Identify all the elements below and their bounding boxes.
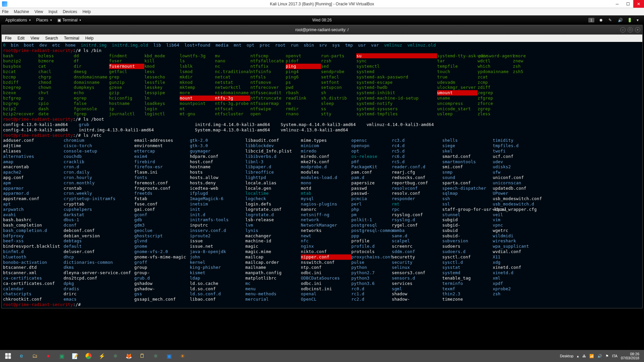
term-menu-file[interactable]: File — [5, 36, 11, 41]
vbox-window-title: Kali Linux 2017.3 (Bash) [Running] - Ora… — [270, 2, 374, 6]
tray-volume-icon[interactable]: 🔊 — [597, 354, 602, 358]
terminal-body[interactable]: 0 bin boot dev etc home initrd.img initr… — [2, 42, 642, 308]
notepadpp-icon[interactable]: 📝 — [68, 350, 82, 362]
desktop-button[interactable]: Desktop — [560, 354, 573, 358]
vb-menu-devices[interactable]: Devices — [63, 9, 77, 14]
project-icon[interactable]: ▣ — [55, 350, 68, 362]
atom-icon[interactable]: ⚛ — [109, 350, 122, 362]
virtualbox-icon[interactable]: ▣ — [162, 350, 176, 362]
svg-rect-2 — [5, 356, 8, 359]
close-button[interactable]: ✕ — [633, 0, 644, 8]
svg-rect-0 — [5, 353, 8, 356]
network-icon[interactable]: ✎ — [608, 18, 613, 22]
tray-flag-icon[interactable]: ⚑ — [605, 354, 609, 358]
system-tray: Desktop ▴ 🖧 📶 🔊 ⚑ ITA 08:2607/03/2018 — [556, 352, 643, 360]
kali-clock[interactable]: Wed 08:26 — [312, 18, 332, 22]
terminal-title: root@prime-radiant-security: / — [296, 27, 349, 32]
vb-menu-input[interactable]: Input — [49, 9, 58, 14]
notes-icon[interactable]: 🗒 — [136, 350, 149, 362]
tray-wifi-icon[interactable]: 📶 — [589, 354, 594, 358]
vb-menu-view[interactable]: View — [35, 9, 43, 14]
kali-topbar: Applications Places ▣ Terminal Wed 08:26… — [0, 15, 644, 25]
terminal-menubar: File Edit View Search Terminal Help — [2, 35, 642, 42]
ie-icon[interactable]: e — [15, 350, 28, 362]
battery-icon[interactable]: 🔋 — [627, 18, 632, 22]
term-menu-terminal[interactable]: Terminal — [64, 36, 79, 41]
record-icon[interactable]: ⏺ — [599, 18, 604, 22]
vb-menu-help[interactable]: Help — [83, 9, 91, 14]
terminal-titlebar: root@prime-radiant-security: / – □ × — [2, 25, 642, 35]
term-minimize-button[interactable]: – — [620, 27, 626, 33]
minimize-button[interactable]: ─ — [612, 0, 623, 8]
terminal-icon: ▣ — [57, 18, 61, 22]
opera-icon[interactable]: ● — [42, 350, 55, 362]
maximize-button[interactable]: ☐ — [623, 0, 633, 8]
terminal-window: root@prime-radiant-security: / – □ × Fil… — [1, 25, 643, 308]
explorer-icon[interactable]: 🗂 — [28, 350, 42, 362]
start-button[interactable] — [1, 350, 15, 362]
terminal-menu[interactable]: ▣ Terminal — [55, 18, 84, 22]
term-menu-help[interactable]: Help — [85, 36, 94, 41]
term-menu-search[interactable]: Search — [45, 36, 58, 41]
windows-taskbar: e 🗂 ● ▣ 📝 ⚡ ⚛ 🦊 🗒 ⚛ ▣ ☀ Desktop ▴ 🖧 📶 🔊 … — [0, 350, 644, 362]
volume-icon[interactable]: 🔊 — [618, 18, 623, 22]
term-menu-edit[interactable]: Edit — [17, 36, 24, 41]
power-icon[interactable]: ▾ — [637, 18, 641, 22]
app1-icon[interactable]: ⚡ — [95, 350, 109, 362]
svg-rect-3 — [8, 356, 11, 359]
tray-chevron-icon[interactable]: ▴ — [577, 354, 579, 358]
applications-menu[interactable]: Applications — [3, 18, 34, 22]
workspace-indicator[interactable]: 1 — [588, 18, 594, 22]
atom2-icon[interactable]: ⚛ — [149, 350, 162, 362]
term-menu-view[interactable]: View — [31, 36, 39, 41]
vb-menu-file[interactable]: File — [2, 9, 8, 14]
term-maximize-button[interactable]: □ — [628, 27, 633, 33]
terminal-menu-label: Terminal — [62, 18, 77, 22]
vbox-icon — [2, 1, 7, 7]
sun-icon[interactable]: ☀ — [176, 350, 189, 362]
term-close-button[interactable]: × — [635, 27, 640, 33]
svg-rect-1 — [8, 353, 11, 356]
chrome-icon[interactable] — [82, 350, 95, 362]
tray-lang[interactable]: ITA — [612, 354, 618, 358]
tray-clock[interactable]: 08:2607/03/2018 — [621, 352, 639, 360]
places-menu[interactable]: Places — [34, 18, 55, 22]
vb-menu-machine[interactable]: Machine — [14, 9, 29, 14]
vbox-menubar: File Machine View Input Devices Help — [0, 8, 644, 15]
vbox-titlebar: Kali Linux 2017.3 (Bash) [Running] - Ora… — [0, 0, 644, 8]
tray-net-icon[interactable]: 🖧 — [582, 354, 586, 358]
firefox-icon[interactable]: 🦊 — [122, 350, 136, 362]
